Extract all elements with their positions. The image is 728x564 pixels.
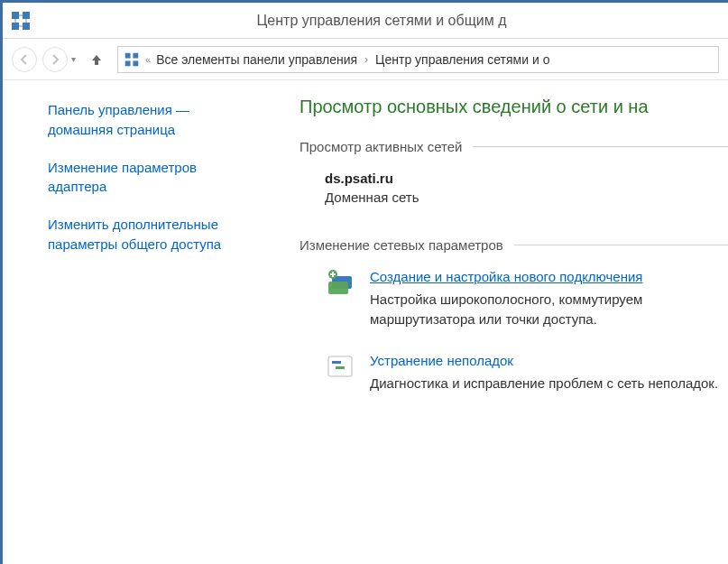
svg-rect-9 [133, 52, 138, 58]
history-dropdown-icon[interactable]: ▾ [71, 54, 76, 64]
divider [514, 245, 728, 245]
back-button[interactable] [12, 47, 37, 72]
task-description: Диагностика и исправление проблем с сеть… [370, 374, 728, 393]
sidebar: Панель управления — домашняя страница Из… [3, 80, 278, 564]
svg-rect-10 [125, 60, 131, 66]
page-title: Просмотр основных сведений о сети и на [299, 97, 728, 117]
sidebar-link-adapter[interactable]: Изменение параметров адаптера [48, 158, 256, 198]
address-bar[interactable]: « Все элементы панели управления › Центр… [117, 46, 719, 73]
svg-rect-8 [125, 52, 131, 58]
svg-rect-3 [23, 23, 30, 30]
up-button[interactable] [87, 50, 106, 69]
task-description: Настройка широкополосного, коммутируем м… [370, 290, 728, 329]
svg-rect-11 [133, 60, 138, 66]
sidebar-link-sharing[interactable]: Изменить дополнительные параметры общего… [48, 215, 256, 254]
section-active-networks: Просмотр активных сетей [299, 139, 728, 154]
main-panel: Просмотр основных сведений о сети и на П… [278, 80, 728, 564]
breadcrumb-segment[interactable]: Центр управления сетями и о [375, 52, 549, 67]
divider [473, 146, 728, 147]
network-type: Доменная сеть [325, 190, 728, 205]
chevron-left-icon: « [145, 54, 151, 65]
network-center-icon [10, 10, 32, 32]
section-label: Просмотр активных сетей [299, 139, 462, 154]
task-link-troubleshoot[interactable]: Устранение неполадок [370, 353, 728, 368]
network-name: ds.psati.ru [325, 171, 728, 186]
svg-rect-0 [12, 12, 19, 19]
window-title: Центр управления сетями и общим д [42, 13, 721, 29]
task-create-connection: Создание и настройка нового подключения … [299, 269, 728, 329]
breadcrumb-segment[interactable]: Все элементы панели управления [156, 52, 357, 67]
troubleshoot-icon [325, 353, 355, 380]
chevron-right-icon: › [363, 53, 370, 66]
forward-button[interactable] [42, 47, 68, 72]
nav-toolbar: ▾ « Все элементы панели управления › Цен… [3, 39, 728, 80]
svg-rect-1 [23, 12, 30, 19]
titlebar: Центр управления сетями и общим д [3, 3, 728, 39]
task-troubleshoot: Устранение неполадок Диагностика и испра… [299, 353, 728, 393]
task-link-create[interactable]: Создание и настройка нового подключения [370, 269, 728, 284]
section-change-settings: Изменение сетевых параметров [299, 237, 728, 253]
content-area: Панель управления — домашняя страница Из… [3, 80, 728, 564]
svg-rect-2 [12, 23, 19, 30]
sidebar-link-home[interactable]: Панель управления — домашняя страница [48, 100, 256, 140]
active-network-item: ds.psati.ru Доменная сеть [299, 171, 728, 205]
new-connection-icon [325, 269, 355, 296]
svg-rect-16 [332, 361, 341, 364]
network-center-icon [124, 51, 140, 68]
svg-rect-17 [336, 366, 345, 369]
svg-rect-13 [328, 282, 348, 294]
section-label: Изменение сетевых параметров [299, 237, 503, 253]
